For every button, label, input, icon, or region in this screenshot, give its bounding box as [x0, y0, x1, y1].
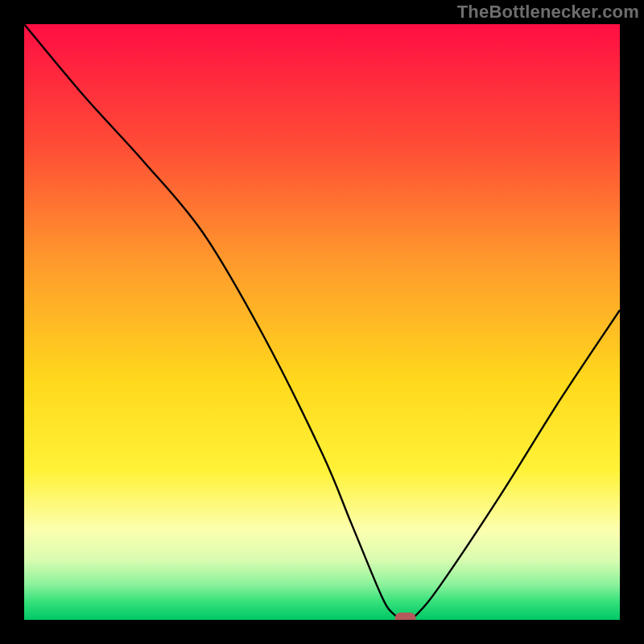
optimal-point-marker: [395, 613, 416, 620]
gradient-background: [24, 24, 620, 620]
attribution-label: TheBottleneсker.com: [457, 2, 639, 23]
chart-frame: TheBottleneсker.com: [0, 0, 644, 644]
plot-area: [24, 24, 620, 620]
bottleneck-curve-chart: [24, 24, 620, 620]
